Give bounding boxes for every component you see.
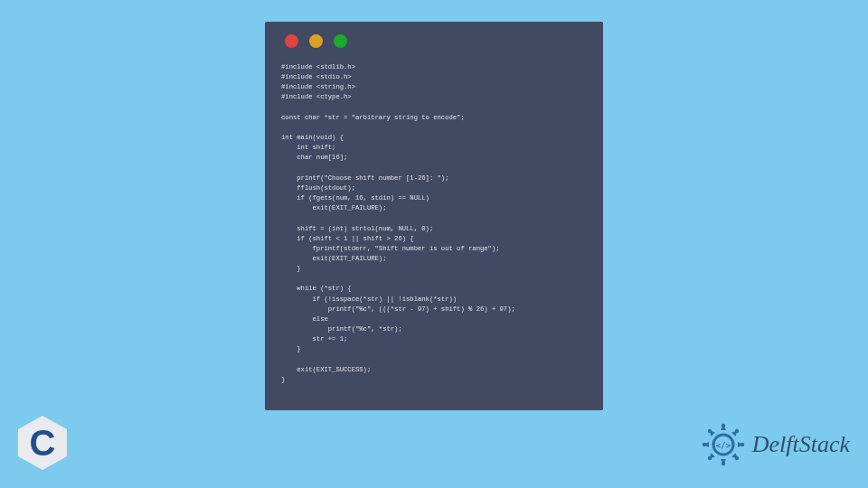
svg-point-5 [708,456,712,460]
svg-point-10 [722,462,725,465]
delftstack-badge-icon: </> [702,423,745,466]
svg-text:</>: </> [716,441,731,450]
code-block: #include <stdlib.h> #include <stdio.h> #… [281,62,587,385]
code-window: #include <stdlib.h> #include <stdio.h> #… [265,22,603,410]
traffic-lights [285,34,587,48]
close-icon [285,34,298,48]
svg-text:C: C [30,423,56,463]
svg-point-8 [741,443,744,446]
delftstack-brand: </> DelftStack [702,423,850,466]
svg-point-4 [735,429,739,433]
delftstack-label: DelftStack [752,431,850,458]
svg-point-7 [703,443,706,446]
c-language-logo: C [18,416,67,470]
svg-point-6 [735,456,739,460]
maximize-icon [334,34,347,48]
svg-point-3 [708,429,712,433]
minimize-icon [309,34,323,48]
svg-point-9 [722,424,725,427]
